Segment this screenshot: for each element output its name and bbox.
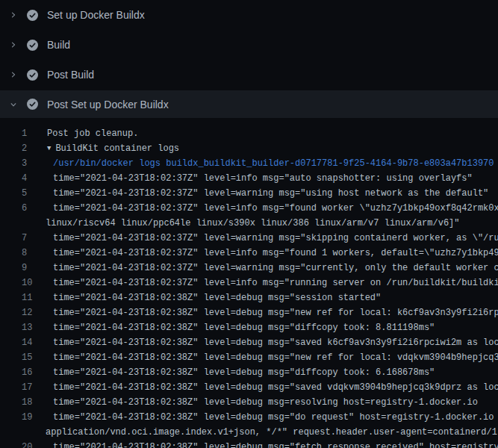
log-line: 20 time="2021-04-23T18:02:38Z" level=deb…: [0, 440, 498, 448]
log-line: 18 time="2021-04-23T18:02:38Z" level=deb…: [0, 395, 498, 410]
log-line-content: time="2021-04-23T18:02:37Z" level=info m…: [53, 173, 473, 184]
log-line: 14 time="2021-04-23T18:02:38Z" level=deb…: [0, 335, 498, 350]
log-line: 4 time="2021-04-23T18:02:37Z" level=info…: [0, 171, 498, 186]
log-line: 16 time="2021-04-23T18:02:38Z" level=deb…: [0, 365, 498, 380]
log-line-content: time="2021-04-23T18:02:37Z" level=warnin…: [53, 263, 498, 273]
log-group-toggle: 2 ▼BuildKit container logs: [0, 141, 498, 156]
log-line-content: time="2021-04-23T18:02:37Z" level=info m…: [53, 203, 498, 214]
steps-list: Set up Docker Buildx Build Post Build Po…: [0, 0, 498, 118]
log-line-content: time="2021-04-23T18:02:38Z" level=debug …: [53, 397, 478, 408]
line-number[interactable]: 11: [0, 293, 34, 303]
log-line-content: linux/riscv64 linux/ppc64le linux/s390x …: [46, 218, 460, 228]
step-row-build[interactable]: Build: [0, 30, 498, 60]
check-circle-icon: [27, 40, 38, 51]
log-text: application/vnd.oci.image.index.v1+json,…: [46, 427, 498, 438]
log-text: time="2021-04-23T18:02:38Z" level=debug …: [53, 382, 498, 393]
chevron-right-icon: [10, 39, 17, 51]
step-row-post-build[interactable]: Post Build: [0, 60, 498, 90]
actions-log-viewer: { "theme": { "page_bg": "#0a0c10", "expa…: [0, 0, 498, 448]
log-line-content: time="2021-04-23T18:02:37Z" level=warnin…: [53, 233, 498, 243]
triangle-down-icon: ▼: [47, 141, 51, 156]
log-line-content: time="2021-04-23T18:02:38Z" level=debug …: [53, 382, 498, 393]
step-row-post-set-up-docker-buildx[interactable]: Post Set up Docker Buildx: [0, 90, 498, 118]
line-number[interactable]: 2: [0, 143, 34, 154]
log-line: 19 time="2021-04-23T18:02:38Z" level=deb…: [0, 410, 498, 425]
step-label: Post Set up Docker Buildx: [47, 99, 169, 111]
step-label: Build: [47, 39, 70, 51]
chevron-right-icon: [10, 9, 17, 21]
log-lines: 1 Post job cleanup. 2 ▼BuildKit containe…: [0, 118, 498, 448]
line-number[interactable]: 19: [0, 412, 34, 423]
line-number[interactable]: 1: [0, 128, 34, 139]
line-number[interactable]: 3: [0, 158, 34, 169]
log-text: time="2021-04-23T18:02:38Z" level=debug …: [53, 323, 435, 333]
line-number[interactable]: 14: [0, 337, 34, 348]
log-text: time="2021-04-23T18:02:38Z" level=debug …: [53, 442, 498, 448]
line-number[interactable]: 6: [0, 203, 34, 214]
log-text: time="2021-04-23T18:02:37Z" level=warnin…: [53, 263, 498, 273]
line-number[interactable]: 12: [0, 308, 34, 318]
log-line-content: time="2021-04-23T18:02:38Z" level=debug …: [53, 337, 498, 348]
log-text: time="2021-04-23T18:02:38Z" level=debug …: [53, 308, 498, 318]
chevron-down-icon: [10, 99, 17, 111]
log-line: 12 time="2021-04-23T18:02:38Z" level=deb…: [0, 305, 498, 320]
log-line: 8 time="2021-04-23T18:02:37Z" level=info…: [0, 246, 498, 261]
chevron-right-icon: [10, 69, 17, 81]
log-line-content: time="2021-04-23T18:02:38Z" level=debug …: [53, 352, 498, 363]
line-number[interactable]: 4: [0, 173, 34, 184]
log-text: BuildKit container logs: [55, 143, 179, 154]
log-text: time="2021-04-23T18:02:37Z" level=info m…: [53, 248, 498, 258]
log-text: Post job cleanup.: [47, 128, 138, 139]
log-text: time="2021-04-23T18:02:37Z" level=warnin…: [53, 188, 488, 199]
line-number[interactable]: 13: [0, 323, 34, 333]
line-number[interactable]: 7: [0, 233, 34, 243]
line-number[interactable]: 20: [0, 442, 34, 448]
line-number[interactable]: 15: [0, 352, 34, 363]
log-line: 6 time="2021-04-23T18:02:37Z" level=info…: [0, 201, 498, 216]
log-line-content: time="2021-04-23T18:02:38Z" level=debug …: [53, 367, 435, 378]
log-line-content: /usr/bin/docker logs buildx_buildkit_bui…: [53, 158, 494, 169]
log-text: /usr/bin/docker logs buildx_buildkit_bui…: [53, 158, 494, 169]
line-number[interactable]: 18: [0, 397, 34, 408]
log-text: time="2021-04-23T18:02:38Z" level=debug …: [53, 367, 435, 378]
log-line: 5 time="2021-04-23T18:02:37Z" level=warn…: [0, 186, 498, 201]
log-text: time="2021-04-23T18:02:38Z" level=debug …: [53, 352, 498, 363]
line-number[interactable]: 5: [0, 188, 34, 199]
log-line-content: time="2021-04-23T18:02:38Z" level=debug …: [53, 412, 498, 423]
line-number[interactable]: 16: [0, 367, 34, 378]
log-line-content: time="2021-04-23T18:02:37Z" level=info m…: [53, 248, 498, 258]
line-number[interactable]: 9: [0, 263, 34, 273]
step-row-set-up-docker-buildx[interactable]: Set up Docker Buildx: [0, 0, 498, 30]
log-line: 1 Post job cleanup.: [0, 126, 498, 141]
log-line-content[interactable]: ▼BuildKit container logs: [47, 141, 179, 156]
log-text: time="2021-04-23T18:02:37Z" level=warnin…: [53, 233, 498, 243]
log-line-content: time="2021-04-23T18:02:38Z" level=debug …: [53, 308, 498, 318]
log-text: time="2021-04-23T18:02:38Z" level=debug …: [53, 397, 478, 408]
log-line-content: time="2021-04-23T18:02:37Z" level=warnin…: [53, 188, 488, 199]
log-text: time="2021-04-23T18:02:37Z" level=info m…: [53, 278, 498, 288]
check-circle-icon: [27, 99, 38, 110]
check-circle-icon: [27, 10, 38, 21]
log-line: linux/riscv64 linux/ppc64le linux/s390x …: [0, 216, 498, 231]
log-line-content: Post job cleanup.: [47, 128, 138, 139]
line-number[interactable]: 8: [0, 248, 34, 258]
log-line: 17 time="2021-04-23T18:02:38Z" level=deb…: [0, 380, 498, 395]
log-line-content: time="2021-04-23T18:02:38Z" level=debug …: [53, 323, 435, 333]
step-label: Set up Docker Buildx: [47, 9, 145, 21]
log-text: time="2021-04-23T18:02:38Z" level=debug …: [53, 337, 498, 348]
log-line-content: time="2021-04-23T18:02:37Z" level=info m…: [53, 278, 498, 288]
log-line: 11 time="2021-04-23T18:02:38Z" level=deb…: [0, 290, 498, 305]
log-line: application/vnd.oci.image.index.v1+json,…: [0, 425, 498, 440]
log-command-line: 3 /usr/bin/docker logs buildx_buildkit_b…: [0, 156, 498, 171]
log-text: linux/riscv64 linux/ppc64le linux/s390x …: [46, 218, 460, 228]
log-line-content: time="2021-04-23T18:02:38Z" level=debug …: [53, 293, 381, 303]
log-line-content: application/vnd.oci.image.index.v1+json,…: [46, 427, 498, 438]
log-line: 7 time="2021-04-23T18:02:37Z" level=warn…: [0, 231, 498, 246]
log-text: time="2021-04-23T18:02:37Z" level=info m…: [53, 203, 498, 214]
line-number[interactable]: 10: [0, 278, 34, 288]
log-line: 9 time="2021-04-23T18:02:37Z" level=warn…: [0, 261, 498, 276]
log-text: time="2021-04-23T18:02:38Z" level=debug …: [53, 293, 381, 303]
step-label: Post Build: [47, 69, 94, 81]
log-line: 13 time="2021-04-23T18:02:38Z" level=deb…: [0, 320, 498, 335]
line-number[interactable]: 17: [0, 382, 34, 393]
